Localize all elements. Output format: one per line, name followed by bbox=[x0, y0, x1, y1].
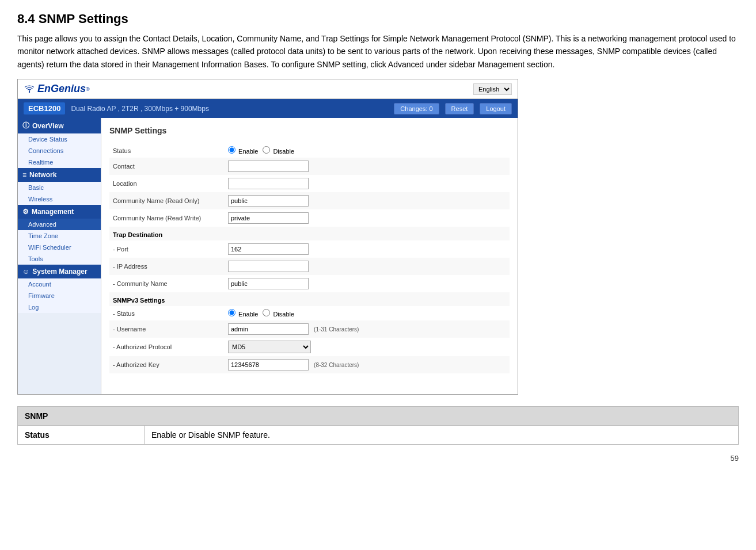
info-row-desc-status: Enable or Disable SNMP feature. bbox=[145, 426, 739, 445]
network-icon: ≡ bbox=[22, 171, 26, 179]
info-row-label-status: Status bbox=[18, 426, 145, 445]
community-read-value-cell bbox=[225, 192, 510, 209]
ip-label: - IP Address bbox=[109, 258, 225, 275]
location-value-cell bbox=[225, 175, 510, 192]
logo-text: EnGenius bbox=[37, 83, 86, 95]
sidebar-item-device-status[interactable]: Device Status bbox=[18, 133, 101, 145]
sidebar-management-heading: ⚙ Management bbox=[18, 205, 101, 219]
page-heading: 8.4 SNMP Settings bbox=[17, 12, 739, 26]
auth-key-input[interactable] bbox=[228, 359, 309, 371]
community-write-value-cell bbox=[225, 209, 510, 227]
username-hint: (1-31 Characters) bbox=[314, 326, 359, 333]
row-community-trap: - Community Name bbox=[109, 275, 510, 292]
status-disable-label[interactable]: Disable bbox=[263, 146, 294, 155]
info-table-row-status: Status Enable or Disable SNMP feature. bbox=[18, 426, 739, 445]
status-label: Status bbox=[109, 143, 225, 158]
username-input[interactable] bbox=[228, 323, 309, 335]
language-selector[interactable]: English bbox=[473, 83, 512, 95]
sidebar-item-realtime[interactable]: Realtime bbox=[18, 156, 101, 168]
language-select[interactable]: English bbox=[473, 83, 512, 95]
community-trap-label: - Community Name bbox=[109, 275, 225, 292]
auth-key-label: - Authorized Key bbox=[109, 356, 225, 373]
status-disable-radio[interactable] bbox=[263, 146, 270, 154]
community-write-input[interactable] bbox=[228, 212, 309, 224]
sidebar-management-section: ⚙ Management Advanced Time Zone WiFi Sch… bbox=[18, 205, 101, 265]
row-snmpv3-status: - Status Enable Disable bbox=[109, 306, 510, 320]
changes-button[interactable]: Changes: 0 bbox=[394, 103, 439, 114]
sidebar-item-wireless[interactable]: Wireless bbox=[18, 193, 101, 205]
contact-value-cell bbox=[225, 158, 510, 175]
snmpv3-enable-radio[interactable] bbox=[228, 309, 235, 316]
auth-protocol-select[interactable]: MD5 SHA bbox=[228, 341, 311, 353]
sidebar-item-basic[interactable]: Basic bbox=[18, 182, 101, 193]
community-trap-value-cell bbox=[225, 275, 510, 292]
contact-label: Contact bbox=[109, 158, 225, 175]
user-icon: ☺ bbox=[22, 268, 29, 276]
auth-key-hint: (8-32 Characters) bbox=[314, 362, 359, 368]
status-value: Enable Disable bbox=[225, 143, 510, 158]
trap-dest-label: Trap Destination bbox=[109, 227, 510, 240]
snmp-form-table: Status Enable Disable bbox=[109, 143, 510, 373]
info-icon: ⓘ bbox=[22, 121, 29, 131]
content-area: SNMP Settings Status Enable bbox=[101, 118, 518, 394]
ip-value-cell bbox=[225, 258, 510, 275]
status-enable-radio[interactable] bbox=[228, 146, 235, 154]
community-write-label: Community Name (Read Write) bbox=[109, 209, 225, 227]
logo-reg: ® bbox=[86, 86, 90, 92]
top-bar: EnGenius® English bbox=[18, 79, 518, 99]
ip-input[interactable] bbox=[228, 261, 309, 272]
main-layout: ⓘ OverView Device Status Connections Rea… bbox=[18, 118, 518, 394]
sidebar-item-wifi-scheduler[interactable]: WiFi Scheduler bbox=[18, 242, 101, 253]
logout-button[interactable]: Logout bbox=[480, 103, 512, 114]
snmpv3-status-value: Enable Disable bbox=[225, 306, 510, 320]
status-enable-label[interactable]: Enable bbox=[228, 146, 258, 155]
sidebar-item-advanced[interactable]: Advanced bbox=[18, 219, 101, 230]
snmpv3-enable-label[interactable]: Enable bbox=[228, 309, 258, 318]
snmpv3-disable-label[interactable]: Disable bbox=[263, 309, 294, 318]
sidebar-item-log[interactable]: Log bbox=[18, 301, 101, 313]
svg-point-0 bbox=[29, 91, 30, 92]
port-value-cell bbox=[225, 240, 510, 258]
sidebar-overview-section: ⓘ OverView Device Status Connections Rea… bbox=[18, 118, 101, 168]
row-trap-heading: Trap Destination bbox=[109, 227, 510, 240]
sidebar-overview-heading: ⓘ OverView bbox=[18, 118, 101, 133]
model-badge: ECB1200 bbox=[24, 102, 65, 114]
sidebar-sysmanager-section: ☺ System Manager Account Firmware Log bbox=[18, 265, 101, 313]
snmpv3-label: SNMPv3 Settings bbox=[109, 292, 510, 306]
community-read-input[interactable] bbox=[228, 195, 309, 207]
sidebar-item-tools[interactable]: Tools bbox=[18, 253, 101, 265]
header-bar: ECB1200 Dual Radio AP , 2T2R , 300Mbps +… bbox=[18, 99, 518, 118]
content-title: SNMP Settings bbox=[109, 126, 510, 135]
info-table: SNMP Status Enable or Disable SNMP featu… bbox=[17, 406, 739, 445]
location-label: Location bbox=[109, 175, 225, 192]
intro-text: This page allows you to assign the Conta… bbox=[17, 32, 739, 71]
row-port: - Port bbox=[109, 240, 510, 258]
auth-protocol-value-cell: MD5 SHA bbox=[225, 338, 510, 356]
router-ui-screenshot: EnGenius® English ECB1200 Dual Radio AP … bbox=[17, 79, 518, 395]
auth-key-value-cell: (8-32 Characters) bbox=[225, 356, 510, 373]
sidebar-item-firmware[interactable]: Firmware bbox=[18, 290, 101, 301]
snmpv3-disable-radio[interactable] bbox=[263, 309, 270, 316]
location-input[interactable] bbox=[228, 178, 309, 189]
gear-icon: ⚙ bbox=[22, 208, 29, 216]
info-table-header: SNMP bbox=[18, 407, 739, 426]
row-username: - Username (1-31 Characters) bbox=[109, 320, 510, 338]
port-input[interactable] bbox=[228, 243, 309, 255]
row-snmpv3-heading: SNMPv3 Settings bbox=[109, 292, 510, 306]
sidebar-item-connections[interactable]: Connections bbox=[18, 145, 101, 156]
row-auth-protocol: - Authorized Protocol MD5 SHA bbox=[109, 338, 510, 356]
row-status: Status Enable Disable bbox=[109, 143, 510, 158]
snmpv3-status-label: - Status bbox=[109, 306, 225, 320]
logo-area: EnGenius® bbox=[24, 83, 90, 95]
row-location: Location bbox=[109, 175, 510, 192]
wifi-icon bbox=[24, 85, 35, 94]
community-trap-input[interactable] bbox=[228, 278, 309, 289]
reset-button[interactable]: Reset bbox=[445, 103, 474, 114]
sidebar: ⓘ OverView Device Status Connections Rea… bbox=[18, 118, 101, 394]
username-value-cell: (1-31 Characters) bbox=[225, 320, 510, 338]
sidebar-item-timezone[interactable]: Time Zone bbox=[18, 230, 101, 242]
contact-input[interactable] bbox=[228, 161, 309, 172]
sidebar-network-section: ≡ Network Basic Wireless bbox=[18, 168, 101, 205]
row-community-read: Community Name (Read Only) bbox=[109, 192, 510, 209]
sidebar-item-account[interactable]: Account bbox=[18, 278, 101, 290]
